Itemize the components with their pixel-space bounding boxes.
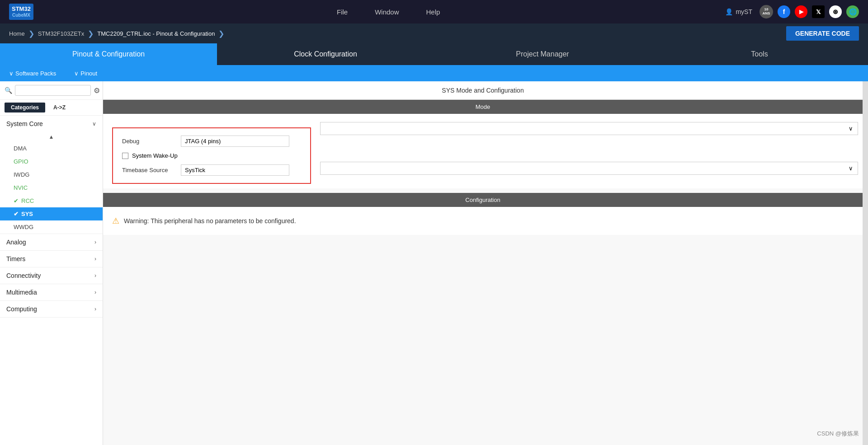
sidebar-item-nvic[interactable]: NVIC bbox=[0, 181, 103, 194]
sidebar-section-computing: Computing › bbox=[0, 301, 103, 318]
breadcrumb-sep-3: ❯ bbox=[218, 29, 224, 38]
content-header-text: SYS Mode and Configuration bbox=[442, 87, 524, 94]
myst-label: myST bbox=[736, 8, 752, 15]
timebase-dropdown[interactable]: SysTick bbox=[181, 164, 289, 176]
search-bar: 🔍 ⚙ bbox=[0, 81, 103, 100]
sidebar-item-rcc[interactable]: ✔ RCC bbox=[0, 194, 103, 207]
timers-header[interactable]: Timers › bbox=[0, 251, 103, 267]
facebook-icon[interactable]: f bbox=[778, 5, 790, 18]
iwdg-label: IWDG bbox=[14, 171, 29, 178]
right-dropdowns: ∨ ∨ bbox=[320, 118, 863, 178]
tab-clock-config[interactable]: Clock Configuration bbox=[217, 43, 434, 65]
mode-left-panel: Debug JTAG (4 pins) System Wake-Up bbox=[103, 118, 320, 188]
globe-icon[interactable]: 🌐 bbox=[846, 5, 859, 18]
github-icon[interactable]: ⊛ bbox=[829, 5, 842, 18]
multimedia-header[interactable]: Multimedia › bbox=[0, 284, 103, 300]
app-logo: STM32 CubeMX bbox=[9, 4, 33, 20]
sidebar-item-gpio[interactable]: GPIO bbox=[0, 155, 103, 168]
mode-config-wrapper: Mode Debug JTAG (4 pins) bbox=[103, 100, 863, 445]
timebase-label: Timebase Source bbox=[122, 167, 176, 173]
tab-bar: Pinout & Configuration Clock Configurati… bbox=[0, 43, 868, 65]
anniversary-icon[interactable]: 10ANS bbox=[760, 5, 773, 19]
analog-label: Analog bbox=[6, 239, 26, 246]
breadcrumb-device[interactable]: STM32F103ZETx bbox=[38, 30, 85, 37]
youtube-icon[interactable]: ▶ bbox=[795, 5, 807, 18]
sidebar-section-timers: Timers › bbox=[0, 251, 103, 267]
debug-right-chevron: ∨ bbox=[849, 125, 853, 132]
menu-items: File Window Help bbox=[52, 8, 726, 16]
main-layout: 🔍 ⚙ Categories A->Z System Core ∨ ▲ DMA … bbox=[0, 81, 868, 445]
search-input[interactable] bbox=[15, 85, 91, 96]
timebase-right-dropdown[interactable]: ∨ bbox=[320, 162, 858, 175]
myst-button[interactable]: 👤 myST bbox=[725, 8, 752, 15]
wake-label: System Wake-Up bbox=[132, 152, 178, 159]
category-tabs: Categories A->Z bbox=[0, 100, 103, 116]
system-core-header[interactable]: System Core ∨ bbox=[0, 116, 103, 132]
debug-dropdown[interactable]: JTAG (4 pins) bbox=[181, 136, 289, 147]
subtab-software-packs-label: Software Packs bbox=[15, 70, 56, 77]
user-icon: 👤 bbox=[725, 8, 733, 15]
mode-label: Mode bbox=[476, 103, 491, 110]
breadcrumb-sep-2: ❯ bbox=[88, 29, 94, 38]
warning-text: Warning: This peripheral has no paramete… bbox=[124, 217, 296, 225]
connectivity-label: Connectivity bbox=[6, 272, 41, 279]
multimedia-label: Multimedia bbox=[6, 289, 37, 296]
right-area: 👤 myST 10ANS f ▶ 𝕏 ⊛ 🌐 bbox=[725, 5, 859, 19]
sidebar-item-wwdg[interactable]: WWDG bbox=[0, 220, 103, 234]
sidebar-item-iwdg[interactable]: IWDG bbox=[0, 168, 103, 181]
dma-label: DMA bbox=[14, 145, 27, 152]
config-section-header: Configuration bbox=[103, 193, 863, 207]
sidebar-section-multimedia: Multimedia › bbox=[0, 284, 103, 301]
menu-file[interactable]: File bbox=[337, 8, 348, 16]
tab-project-manager[interactable]: Project Manager bbox=[434, 43, 651, 65]
sidebar-section-analog: Analog › bbox=[0, 234, 103, 251]
mode-content-box: Debug JTAG (4 pins) System Wake-Up bbox=[112, 127, 311, 184]
computing-header[interactable]: Computing › bbox=[0, 301, 103, 317]
config-label: Configuration bbox=[465, 197, 500, 203]
gear-icon[interactable]: ⚙ bbox=[94, 86, 100, 95]
logo-cubemx: CubeMX bbox=[12, 13, 30, 18]
x-icon[interactable]: 𝕏 bbox=[812, 5, 825, 18]
subtab-pinout-label: Pinout bbox=[80, 70, 97, 77]
wwdg-label: WWDG bbox=[14, 224, 33, 230]
connectivity-header[interactable]: Connectivity › bbox=[0, 267, 103, 284]
timebase-right-chevron: ∨ bbox=[849, 165, 853, 172]
debug-right-dropdown[interactable]: ∨ bbox=[320, 122, 858, 135]
subtab-software-packs-chevron: ∨ bbox=[9, 70, 14, 77]
subtab-pinout[interactable]: ∨ Pinout bbox=[74, 70, 97, 77]
tab-tools[interactable]: Tools bbox=[651, 43, 868, 65]
connectivity-chevron: › bbox=[94, 272, 96, 279]
warning-icon: ⚠ bbox=[112, 216, 119, 226]
generate-code-button[interactable]: GENERATE CODE bbox=[786, 26, 859, 41]
timers-label: Timers bbox=[6, 255, 25, 262]
tab-pinout-config[interactable]: Pinout & Configuration bbox=[0, 43, 217, 65]
sidebar-section-system-core: System Core ∨ ▲ DMA GPIO IWDG NVIC ✔ bbox=[0, 116, 103, 234]
breadcrumb-home[interactable]: Home bbox=[9, 30, 25, 37]
warning-area: ⚠ Warning: This peripheral has no parame… bbox=[103, 207, 863, 235]
content-header: SYS Mode and Configuration bbox=[103, 81, 863, 100]
wake-checkbox[interactable]: System Wake-Up bbox=[122, 152, 178, 159]
scrollbar-track[interactable] bbox=[863, 81, 868, 445]
breadcrumb-sep-1: ❯ bbox=[28, 29, 34, 38]
watermark: CSDN @修炼果 bbox=[817, 430, 859, 438]
breadcrumb-file: TMC2209_CTRL.ioc - Pinout & Configuratio… bbox=[97, 30, 215, 37]
sidebar-item-sys[interactable]: ✔ SYS bbox=[0, 207, 103, 220]
logo-stm32: STM32 bbox=[12, 5, 31, 13]
rcc-label: RCC bbox=[21, 197, 34, 204]
logo-area: STM32 CubeMX bbox=[9, 4, 33, 20]
cat-tab-az[interactable]: A->Z bbox=[47, 103, 72, 112]
menu-help[interactable]: Help bbox=[426, 8, 440, 16]
multimedia-chevron: › bbox=[94, 289, 96, 295]
sidebar: 🔍 ⚙ Categories A->Z System Core ∨ ▲ DMA … bbox=[0, 81, 103, 445]
sys-label: SYS bbox=[21, 211, 33, 217]
debug-label: Debug bbox=[122, 138, 176, 145]
sidebar-section-connectivity: Connectivity › bbox=[0, 267, 103, 284]
wake-checkbox-box[interactable] bbox=[122, 153, 128, 159]
content-area: SYS Mode and Configuration Mode Debug JT… bbox=[103, 81, 863, 445]
menu-window[interactable]: Window bbox=[375, 8, 399, 16]
analog-header[interactable]: Analog › bbox=[0, 234, 103, 250]
sidebar-item-dma[interactable]: DMA bbox=[0, 142, 103, 155]
subtab-software-packs[interactable]: ∨ Software Packs bbox=[9, 70, 56, 77]
cat-tab-categories[interactable]: Categories bbox=[5, 103, 45, 112]
system-core-items: DMA GPIO IWDG NVIC ✔ RCC ✔ SYS bbox=[0, 142, 103, 234]
